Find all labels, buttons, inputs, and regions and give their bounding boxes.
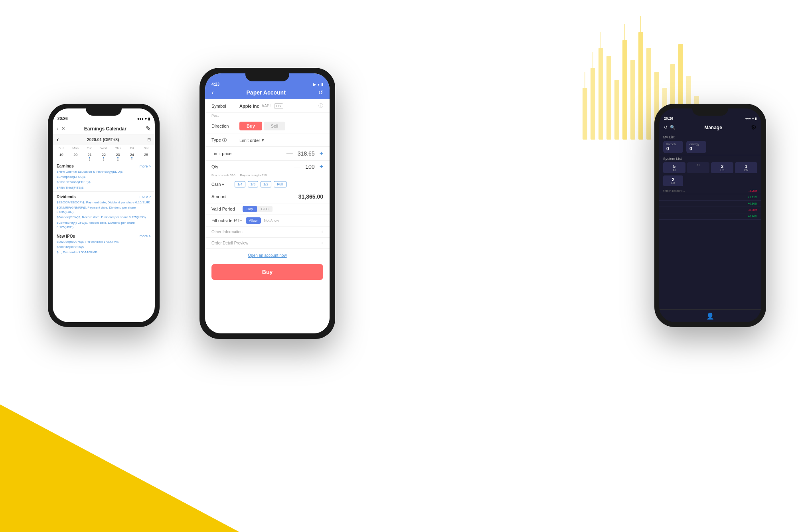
dividends-title: Dividends <box>57 195 76 199</box>
dividend-item-3[interactable]: $5aapan(SSW)$, Record date, Dividend per… <box>53 215 155 220</box>
calendar-grid-icon[interactable]: ⊞ <box>147 137 151 142</box>
system-list-title: System List <box>663 157 757 161</box>
qty-info: Buy on cash 310 Buy on margin 310 <box>205 173 330 179</box>
dividends-more[interactable]: more > <box>140 195 151 199</box>
ticker-row-4[interactable]: -8.90% <box>659 207 761 213</box>
rth-allow-button[interactable]: Allow <box>246 217 261 224</box>
right-status-icons: ●●● ▾ ▮ <box>745 117 757 120</box>
center-status-icons: ▶ ▾ ▮ <box>313 83 323 87</box>
right-notch <box>692 108 728 116</box>
amount-row: Amount 31,865.00 <box>205 190 330 203</box>
ticker-row-5[interactable]: +0.46% <box>659 213 761 220</box>
fintech-count: 0 <box>666 146 680 152</box>
period-gtc-button[interactable]: GTC <box>257 206 273 212</box>
price-value: 318.65 <box>298 150 315 157</box>
new-ipos-more[interactable]: more > <box>140 234 151 238</box>
limit-price-row: Limit price — 318.65 + <box>205 147 330 161</box>
ticker-name-1: fintech based vi... <box>663 189 685 192</box>
cal-day-19[interactable]: 19 <box>54 152 68 162</box>
type-selector[interactable]: Limit order ▾ <box>239 138 264 143</box>
my-list-item-fintech[interactable]: fintech 0 <box>663 141 683 153</box>
cash-quarter-button[interactable]: 1/4 <box>235 181 245 187</box>
system-hk-item[interactable]: 2 HK <box>663 175 683 186</box>
cal-day-24[interactable]: 24 <box>125 152 139 162</box>
type-label: Type ⓘ <box>211 137 239 143</box>
cal-day-22[interactable]: 22 <box>97 152 111 162</box>
ipo-item-3[interactable]: $..., Per contract 50A16RMB <box>53 250 155 255</box>
svg-rect-0 <box>583 88 587 140</box>
chevron-down-icon: ▾ <box>262 138 264 143</box>
cash-half-button[interactable]: 1/2 <box>261 181 271 187</box>
system-all2-item[interactable]: All <box>687 162 709 173</box>
open-account-row: Open an account now <box>205 249 330 261</box>
earnings-item-4[interactable]: $Fifth Third(FITB)$ <box>53 185 155 190</box>
qty-minus-button[interactable]: — <box>294 163 300 170</box>
price-plus-button[interactable]: + <box>320 150 323 157</box>
cal-day-20[interactable]: 20 <box>68 152 82 162</box>
price-minus-button[interactable]: — <box>286 150 293 157</box>
earnings-more[interactable]: more > <box>140 164 151 168</box>
cash-full-button[interactable]: Full <box>274 181 287 187</box>
cal-prev-icon[interactable]: ‹ <box>57 136 59 143</box>
close-icon[interactable]: ✕ <box>61 126 65 131</box>
ticker-change-4: -8.90% <box>749 209 757 211</box>
buy-direction-button[interactable]: Buy <box>239 122 262 130</box>
svg-rect-8 <box>646 48 651 140</box>
cal-thu: Thu <box>111 146 125 151</box>
my-list-item-energy[interactable]: energy 0 <box>686 141 706 153</box>
back-icon[interactable]: ‹ <box>57 126 58 131</box>
ticker-row-2[interactable]: +1.11% <box>659 194 761 201</box>
system-us-item[interactable]: 2 US <box>711 162 733 173</box>
open-account-link[interactable]: Open an account now <box>248 253 286 258</box>
cal-wed: Wed <box>97 146 111 151</box>
manage-title: Manage <box>676 125 751 130</box>
us-label: US <box>713 169 732 171</box>
battery-icon: ▮ <box>755 117 757 120</box>
period-toggle: Day GTC <box>243 206 273 212</box>
profile-icon[interactable]: 👤 <box>706 312 714 320</box>
expand-icon: + <box>321 230 323 234</box>
period-day-button[interactable]: Day <box>243 206 257 212</box>
earnings-calendar-title: Earnings Calendar <box>84 126 126 132</box>
rth-not-allow-button[interactable]: Not Allow <box>261 217 282 224</box>
refresh-icon[interactable]: ↺ <box>318 89 323 96</box>
search-icon[interactable]: 🔍 <box>670 125 676 130</box>
earnings-item-3[interactable]: $First Defiance(FDEF)$ <box>53 179 155 185</box>
ticker-row-1[interactable]: fintech based vi... -4.05% <box>659 188 761 194</box>
info-icon[interactable]: ⓘ <box>318 102 323 109</box>
other-info-row[interactable]: Other Information + <box>205 227 330 238</box>
rth-toggle: Allow Not Allow <box>246 217 282 224</box>
ticker-row-3[interactable]: +0.36% <box>659 201 761 207</box>
qty-plus-button[interactable]: + <box>320 163 323 170</box>
system-cn-item[interactable]: 1 CN <box>735 162 757 173</box>
order-preview-row[interactable]: Order Detail Preview + <box>205 238 330 249</box>
my-list-section: My List fintech 0 energy 0 <box>659 134 761 155</box>
cal-day-21[interactable]: 21 <box>83 152 97 162</box>
settings-icon[interactable]: ⚙ <box>751 124 757 131</box>
refresh-icon[interactable]: ↺ <box>664 125 668 130</box>
sell-direction-button[interactable]: Sell <box>264 122 285 130</box>
cal-day-25[interactable]: 25 <box>139 152 153 162</box>
symbol-name: Apple Inc <box>239 104 259 108</box>
cash-third-button[interactable]: 1/3 <box>248 181 259 187</box>
system-all-item[interactable]: 5 All <box>663 162 685 173</box>
buy-submit-button[interactable]: Buy <box>211 264 323 280</box>
earnings-item-1[interactable]: $New Oriental Education & Technology(EDU… <box>53 169 155 174</box>
order-preview-label: Order Detail Preview <box>211 241 248 245</box>
right-header-left-icons: ↺ 🔍 <box>664 125 676 130</box>
dividend-item-1[interactable]: $EBOCF(EBOCF)$, Payment date, Dividend p… <box>53 200 155 205</box>
dividend-item-4[interactable]: $Community(TCFC)$, Record date, Dividend… <box>53 220 155 230</box>
limit-price-label: Limit price <box>211 151 239 156</box>
ipo-item-1[interactable]: $002975(002975)$, Per contract 17300RMB <box>53 239 155 244</box>
center-notch <box>245 73 289 81</box>
left-header-nav[interactable]: ‹ ✕ <box>57 126 65 131</box>
left-time: 20:26 <box>57 116 68 121</box>
earnings-item-2[interactable]: $Enterprise(EFSC)$ <box>53 174 155 179</box>
dividend-item-2[interactable]: $GNMRF(GNMRF)$, Payment date, Dividend p… <box>53 205 155 215</box>
cal-day-23[interactable]: 23 <box>111 152 125 162</box>
ipo-item-2[interactable]: $300816(300816)$ <box>53 244 155 250</box>
right-bottom-nav: 👤 <box>659 309 761 322</box>
symbol-ticker: AAPL <box>262 104 272 108</box>
paper-account-title: Paper Account <box>213 89 318 96</box>
edit-icon[interactable]: ✎ <box>146 125 151 132</box>
